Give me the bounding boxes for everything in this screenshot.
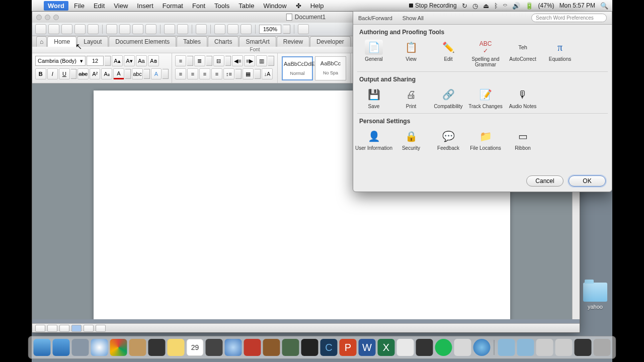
show-formatting-button[interactable]	[196, 24, 207, 34]
zoom-button[interactable]	[53, 15, 59, 20]
stop-recording-button[interactable]: Stop Recording	[409, 2, 457, 9]
menu-tools[interactable]: Tools	[210, 2, 234, 10]
shrink-font-button[interactable]: A▾	[124, 55, 135, 66]
tab-review[interactable]: Review	[277, 36, 309, 47]
numbering-button[interactable]: ≣	[194, 55, 205, 66]
view-outline-button[interactable]	[47, 325, 57, 332]
tab-developer[interactable]: Developer	[310, 36, 351, 47]
paste-button[interactable]	[132, 24, 143, 34]
dock-imovie-icon[interactable]	[263, 339, 280, 356]
pref-equations[interactable]: πEquations	[541, 39, 579, 68]
dock-chrome-icon[interactable]	[110, 339, 127, 356]
eject-icon[interactable]: ⏏	[483, 2, 489, 10]
dock-minimized-icon[interactable]	[575, 339, 592, 356]
pref-print[interactable]: 🖨Print	[392, 86, 430, 110]
zoom-field[interactable]: 150%	[259, 25, 281, 34]
pref-security[interactable]: 🔒Security	[392, 128, 430, 152]
print-button[interactable]	[88, 24, 99, 34]
align-right-button[interactable]: ≡	[199, 68, 210, 79]
view-fullscreen-button[interactable]	[96, 325, 106, 332]
underline-button[interactable]: U	[59, 68, 70, 79]
new-doc-button[interactable]	[35, 24, 46, 34]
dock-iphoto-icon[interactable]	[206, 339, 223, 356]
prefs-search-input[interactable]: Search Word Preferences	[531, 14, 607, 22]
dock-contacts-icon[interactable]	[129, 339, 146, 356]
dock-timemachine-icon[interactable]	[282, 339, 299, 356]
menu-file[interactable]: File	[69, 2, 89, 10]
dock-preview-icon[interactable]	[72, 339, 89, 356]
pref-file-locations[interactable]: 📁File Locations	[467, 128, 504, 152]
line-spacing-button[interactable]: ↕≡	[223, 68, 234, 79]
script-menu-icon[interactable]: ✤	[291, 2, 306, 10]
multilevel-button[interactable]: ⊟	[213, 55, 224, 66]
redo-button[interactable]	[177, 24, 188, 34]
menu-insert[interactable]: Insert	[132, 2, 158, 10]
ok-button[interactable]: OK	[569, 175, 606, 187]
desktop-folder-yahoo[interactable]: yahoo	[583, 283, 607, 310]
undo-button[interactable]	[164, 24, 175, 34]
align-center-button[interactable]: ≡	[187, 68, 198, 79]
menu-table[interactable]: Table	[234, 2, 259, 10]
pref-general[interactable]: 📄General	[355, 39, 392, 68]
clock[interactable]: Mon 5:57 PM	[559, 2, 595, 9]
save-button[interactable]	[74, 24, 86, 34]
format-painter-button[interactable]	[145, 24, 156, 34]
dock-powerpoint-icon[interactable]: P	[340, 339, 357, 356]
pref-ribbon[interactable]: ▭Ribbon	[504, 128, 541, 152]
bullets-button[interactable]: ≡	[175, 55, 186, 66]
dock-terminal-icon[interactable]	[301, 339, 318, 356]
sidebar-button[interactable]	[227, 24, 238, 34]
tab-charts[interactable]: Charts	[208, 36, 238, 47]
dock-textedit-icon[interactable]	[397, 339, 414, 356]
pref-track-changes[interactable]: 📝Track Changes	[467, 86, 504, 110]
template-button[interactable]	[48, 24, 59, 34]
strikethrough-button[interactable]: abc	[77, 68, 89, 79]
dock-stickies-icon[interactable]	[168, 339, 185, 356]
view-notebook-button[interactable]	[84, 325, 94, 332]
change-case-button[interactable]: Aa	[136, 55, 147, 66]
text-effects-dropdown[interactable]	[163, 69, 169, 79]
font-size-select[interactable]: 12	[87, 56, 104, 66]
dock-trash-icon[interactable]	[594, 339, 611, 356]
app-menu[interactable]: Word	[44, 1, 68, 11]
style-normal[interactable]: AaBbCcDdEe Normal	[282, 56, 313, 80]
subscript-button[interactable]: A₂	[101, 68, 112, 79]
font-size-dropdown[interactable]	[105, 56, 111, 66]
zoom-dropdown[interactable]	[283, 25, 290, 34]
pref-compatibility[interactable]: 🔗Compatibility	[430, 86, 467, 110]
view-publishing-button[interactable]	[59, 325, 69, 332]
italic-button[interactable]: I	[47, 68, 58, 79]
dock-ical-icon[interactable]: 29	[187, 339, 204, 356]
pref-edit[interactable]: ✏️Edit	[430, 39, 467, 68]
dock-stack1-icon[interactable]	[536, 339, 553, 356]
dock-console-icon[interactable]	[416, 339, 433, 356]
battery-icon[interactable]: 🔋	[525, 2, 533, 10]
menu-format[interactable]: Format	[158, 2, 188, 10]
outdent-button[interactable]: ◀≡	[232, 55, 243, 66]
copy-button[interactable]	[119, 24, 130, 34]
close-button[interactable]	[36, 15, 42, 20]
volume-icon[interactable]: 🔊	[512, 2, 520, 10]
bluetooth-icon[interactable]: ᛒ	[494, 2, 498, 10]
dock-spotify-icon[interactable]	[435, 339, 452, 356]
dock-photobooth-icon[interactable]	[148, 339, 166, 356]
cancel-button[interactable]: Cancel	[526, 175, 564, 187]
dock-itunes-icon[interactable]	[225, 339, 242, 356]
font-color-button[interactable]: A	[113, 68, 124, 79]
text-effects-button[interactable]: A	[151, 68, 162, 79]
toolbox-button[interactable]	[214, 24, 225, 34]
minimize-button[interactable]	[45, 15, 50, 20]
spotlight-icon[interactable]: 🔍	[600, 2, 608, 10]
font-name-select[interactable]: Cambria (Body)▾	[35, 56, 86, 66]
tab-home-icon[interactable]: ⌂	[36, 36, 47, 47]
grow-font-button[interactable]: A▴	[112, 55, 123, 66]
timemachine-icon[interactable]: ◷	[472, 2, 478, 10]
wifi-icon[interactable]: ⌔	[503, 2, 507, 10]
dock-stack2-icon[interactable]	[555, 339, 573, 356]
menu-view[interactable]: View	[109, 2, 132, 10]
help-button[interactable]	[298, 24, 309, 34]
view-print-button[interactable]	[71, 325, 82, 332]
borders-button[interactable]: ▦	[243, 68, 254, 79]
style-nospacing[interactable]: AaBbCc No Spa	[315, 56, 346, 80]
clear-format-button[interactable]: Aʙ	[148, 55, 159, 66]
